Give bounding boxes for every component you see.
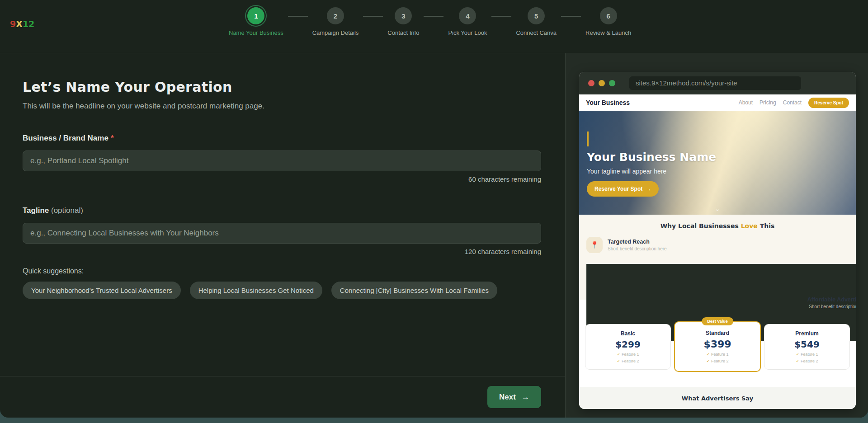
browser-chrome-bar: sites.9×12method.com/s/your-site bbox=[579, 72, 856, 94]
tier-feature: ✓Feature 2 bbox=[588, 359, 668, 363]
traffic-light-yellow-icon bbox=[599, 80, 605, 86]
step-1-label: Name Your Business bbox=[229, 29, 283, 36]
suggestion-chip[interactable]: Helping Local Businesses Get Noticed bbox=[190, 282, 322, 299]
tier-name: Premium bbox=[767, 330, 847, 337]
text-cursor-bar bbox=[587, 132, 589, 146]
chevron-down-icon: ⌄ bbox=[715, 205, 721, 213]
tier-feature-text: Feature 2 bbox=[711, 359, 729, 363]
arrow-right-icon: → bbox=[521, 392, 529, 402]
testimonials-heading: What Advertisers Say bbox=[682, 395, 753, 402]
traffic-light-green-icon bbox=[609, 80, 615, 86]
step-5-label: Connect Canva bbox=[516, 29, 557, 36]
pricing-card-premium: Premium $549 ✓Feature 1 ✓Feature 2 bbox=[764, 324, 850, 370]
features-heading: Why Local Businesses Love This bbox=[586, 222, 849, 230]
step-3-circle: 3 bbox=[395, 7, 412, 24]
step-connector bbox=[491, 16, 511, 17]
check-icon: ✓ bbox=[706, 359, 710, 363]
step-pick-your-look[interactable]: 4 Pick Your Look bbox=[448, 7, 487, 36]
tier-feature: ✓Feature 1 bbox=[588, 352, 668, 357]
url-bar: sites.9×12method.com/s/your-site bbox=[629, 76, 801, 90]
tagline-label-text: Tagline bbox=[23, 206, 49, 215]
check-icon: ✓ bbox=[617, 359, 620, 363]
tier-feature-text: Feature 1 bbox=[711, 352, 729, 357]
tier-feature: ✓Feature 1 bbox=[767, 352, 847, 357]
browser-mockup: sites.9×12method.com/s/your-site Your Bu… bbox=[579, 72, 856, 409]
tagline-input[interactable] bbox=[23, 223, 541, 244]
pricing-card-standard: Best Value Standard $399 ✓Feature 1 ✓Fea… bbox=[674, 321, 761, 372]
preview-panel: sites.9×12method.com/s/your-site Your Bu… bbox=[565, 53, 868, 418]
page-title: Let’s Name Your Operation bbox=[23, 79, 541, 95]
pin-icon: 📍 bbox=[586, 237, 603, 253]
step-3-label: Contact Info bbox=[387, 29, 419, 36]
check-icon: ✓ bbox=[706, 352, 710, 357]
form-footer: Next → bbox=[0, 376, 565, 418]
logo-12: 12 bbox=[23, 19, 34, 29]
preview-features-section: Why Local Businesses Love This 📍 Targete… bbox=[579, 215, 856, 300]
tier-price: $399 bbox=[678, 338, 757, 350]
check-icon: ✓ bbox=[796, 352, 799, 357]
suggestion-chip[interactable]: Connecting [City] Businesses With Local … bbox=[331, 282, 497, 299]
tier-feature-text: Feature 1 bbox=[801, 352, 818, 357]
preview-hero-section: Your Business Name Your tagline will app… bbox=[579, 111, 856, 215]
step-2-label: Campaign Details bbox=[312, 29, 359, 36]
step-connector bbox=[288, 16, 308, 17]
step-review-launch[interactable]: 6 Review & Launch bbox=[585, 7, 631, 36]
tier-name: Basic bbox=[588, 330, 668, 337]
step-campaign-details[interactable]: 2 Campaign Details bbox=[312, 7, 359, 36]
preview-nav-contact: Contact bbox=[783, 99, 802, 106]
step-connect-canva[interactable]: 5 Connect Canva bbox=[516, 7, 557, 36]
step-connector bbox=[363, 16, 383, 17]
preview-hero-cta-label: Reserve Your Spot bbox=[594, 186, 642, 192]
arrow-right-icon: → bbox=[646, 186, 651, 192]
tier-feature: ✓Feature 2 bbox=[678, 359, 757, 363]
logo-9: 9 bbox=[10, 19, 16, 29]
app-logo: 9X12 bbox=[10, 19, 34, 29]
tier-feature-text: Feature 2 bbox=[801, 359, 818, 363]
preview-nav-about: About bbox=[739, 99, 753, 106]
step-4-circle: 4 bbox=[459, 7, 476, 24]
preview-site-nav: Your Business About Pricing Contact Rese… bbox=[579, 94, 856, 111]
step-4-label: Pick Your Look bbox=[448, 29, 487, 36]
required-asterisk: * bbox=[111, 134, 114, 142]
traffic-light-red-icon bbox=[588, 80, 594, 86]
best-value-badge: Best Value bbox=[702, 317, 733, 325]
step-connector bbox=[424, 16, 443, 17]
tier-price: $299 bbox=[588, 339, 668, 350]
logo-x: X bbox=[16, 19, 23, 29]
check-icon: ✓ bbox=[617, 352, 620, 357]
tier-feature-text: Feature 1 bbox=[622, 352, 639, 357]
next-button[interactable]: Next → bbox=[487, 386, 541, 408]
app-header: 9X12 1 Name Your Business 2 Campaign Det… bbox=[0, 0, 868, 53]
step-2-circle: 2 bbox=[327, 7, 344, 24]
tier-feature: ✓Feature 1 bbox=[678, 352, 757, 357]
step-6-label: Review & Launch bbox=[585, 29, 631, 36]
stepper: 1 Name Your Business 2 Campaign Details … bbox=[229, 7, 631, 36]
preview-business-name: Your Business Name bbox=[587, 111, 856, 164]
feature-description: Short benefit description here bbox=[807, 304, 856, 309]
business-name-label-text: Business / Brand Name bbox=[23, 134, 108, 142]
step-name-your-business[interactable]: 1 Name Your Business bbox=[229, 7, 283, 36]
preview-testimonials-section: What Advertisers Say bbox=[579, 387, 856, 409]
step-connector bbox=[561, 16, 581, 17]
step-6-circle: 6 bbox=[600, 7, 617, 24]
feature-targeted-reach: 📍 Targeted Reach Short benefit descripti… bbox=[586, 237, 849, 253]
step-contact-info[interactable]: 3 Contact Info bbox=[387, 7, 419, 36]
form-panel: Let’s Name Your Operation This will be t… bbox=[0, 53, 565, 418]
business-name-input[interactable] bbox=[23, 150, 541, 171]
tier-name: Standard bbox=[678, 330, 757, 336]
features-heading-pre: Why Local Businesses bbox=[660, 222, 741, 230]
features-heading-post: This bbox=[758, 222, 775, 230]
suggestion-chip[interactable]: Your Neighborhood's Trusted Local Advert… bbox=[23, 282, 181, 299]
quick-suggestions-label: Quick suggestions: bbox=[23, 267, 541, 275]
feature-name: Affordable Advertising bbox=[807, 296, 856, 303]
page-subtitle: This will be the headline on your websit… bbox=[23, 102, 541, 111]
preview-hero-cta-button: Reserve Your Spot → bbox=[587, 181, 659, 197]
step-1-circle: 1 bbox=[247, 7, 264, 24]
preview-nav-pricing: Pricing bbox=[760, 99, 776, 106]
preview-brand-name: Your Business bbox=[586, 99, 630, 106]
check-icon: ✓ bbox=[796, 359, 799, 363]
business-name-label: Business / Brand Name* bbox=[23, 134, 541, 143]
tagline-counter: 120 characters remaining bbox=[23, 248, 541, 255]
suggestion-chips: Your Neighborhood's Trusted Local Advert… bbox=[23, 282, 541, 299]
tier-feature: ✓Feature 2 bbox=[767, 359, 847, 363]
